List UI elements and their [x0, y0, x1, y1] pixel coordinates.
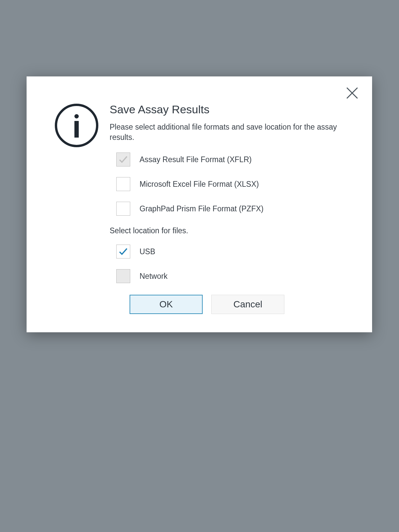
format-option-xlsx: Microsoft Excel File Format (XLSX)	[110, 177, 349, 191]
format-option-pzfx: GraphPad Prism File Format (PZFX)	[110, 202, 349, 216]
close-icon	[346, 86, 359, 100]
format-option-xflr: Assay Result File Format (XFLR)	[110, 153, 349, 166]
location-section-label: Select location for files.	[110, 226, 349, 235]
dialog-title: Save Assay Results	[110, 103, 349, 116]
info-icon	[54, 103, 99, 148]
checkbox-xlsx[interactable]	[116, 177, 130, 191]
location-label: USB	[140, 247, 155, 256]
location-option-usb: USB	[110, 245, 349, 259]
format-label: Assay Result File Format (XFLR)	[140, 155, 251, 164]
svg-point-3	[74, 114, 79, 119]
button-row: OK Cancel	[110, 295, 349, 314]
checkmark-icon	[118, 247, 128, 257]
checkbox-pzfx[interactable]	[116, 202, 130, 216]
icon-column	[43, 103, 110, 314]
cancel-button[interactable]: Cancel	[211, 295, 284, 314]
checkbox-xflr	[116, 153, 130, 166]
close-button[interactable]	[346, 86, 359, 101]
checkbox-usb[interactable]	[116, 245, 130, 259]
svg-rect-4	[74, 121, 79, 138]
location-option-network: Network	[110, 269, 349, 283]
checkbox-network	[116, 269, 130, 283]
content-column: Save Assay Results Please select additio…	[110, 103, 355, 314]
format-label: GraphPad Prism File Format (PZFX)	[140, 204, 263, 213]
dialog-body: Save Assay Results Please select additio…	[43, 90, 355, 314]
save-assay-dialog: Save Assay Results Please select additio…	[27, 76, 372, 332]
location-label: Network	[140, 272, 167, 281]
format-label: Microsoft Excel File Format (XLSX)	[140, 180, 259, 189]
checkmark-icon	[118, 155, 128, 164]
ok-button[interactable]: OK	[130, 295, 203, 314]
dialog-description: Please select additional file formats an…	[110, 122, 349, 143]
